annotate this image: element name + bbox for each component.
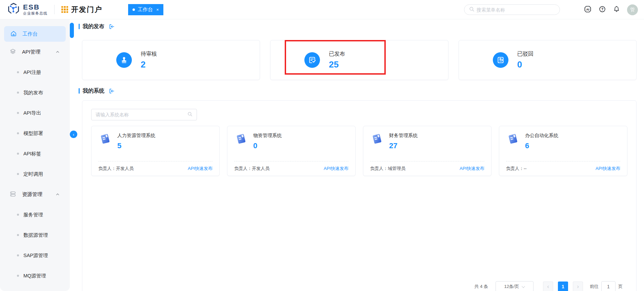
esb-molecule-icon xyxy=(7,2,20,17)
publish-stats-row: 待审核 2 已发布 25 xyxy=(82,40,637,80)
help-icon[interactable]: ? xyxy=(599,5,606,14)
next-page-button[interactable]: › xyxy=(573,282,583,291)
bullet-dot-icon xyxy=(17,275,19,277)
disk-icon xyxy=(370,132,384,147)
brand-subtitle: 企业服务总线 xyxy=(23,12,47,16)
system-api-count: 5 xyxy=(117,141,155,150)
system-name: 办公自动化系统 xyxy=(525,133,558,139)
stat-label: 已发布 xyxy=(329,51,345,58)
chevron-up-icon xyxy=(56,49,60,55)
api-quick-publish-link[interactable]: API快速发布 xyxy=(460,166,484,172)
sidebar-item-label: API标签 xyxy=(23,151,41,157)
avatar[interactable]: 管 xyxy=(627,4,638,15)
api-quick-publish-link[interactable]: API快速发布 xyxy=(188,166,213,172)
sidebar-item-sap-source-management[interactable]: SAP源管理 xyxy=(0,245,70,266)
system-search-box[interactable] xyxy=(91,109,197,120)
stat-value: 2 xyxy=(141,59,157,70)
stat-value: 25 xyxy=(329,59,345,70)
sidebar-item-mq-source-management[interactable]: MQ源管理 xyxy=(0,266,70,286)
disk-icon xyxy=(234,132,248,147)
tab-close-icon[interactable]: × xyxy=(156,7,159,12)
tab-label: 工作台 xyxy=(138,6,153,13)
system-card-materials[interactable]: 物资管理系统 0 负责人：开发人员 API快速发布 xyxy=(227,126,356,176)
sidebar-group-resource-management[interactable]: 资源管理 xyxy=(0,184,70,205)
document-check-icon xyxy=(304,52,320,68)
owner-name: 开发人员 xyxy=(116,166,134,171)
page-number-button[interactable]: 1 xyxy=(558,282,568,291)
bell-icon[interactable] xyxy=(613,5,620,14)
disk-icon xyxy=(506,132,520,147)
menu-search-input[interactable] xyxy=(477,7,555,13)
system-name: 物资管理系统 xyxy=(253,133,282,139)
sidebar-item-service-management[interactable]: 服务管理 xyxy=(0,205,70,225)
owner-prefix: 负责人： xyxy=(370,166,388,171)
portal-title: 开发门户 xyxy=(71,5,102,14)
bullet-dot-icon xyxy=(17,173,19,175)
system-name: 财务管理系统 xyxy=(389,133,418,139)
scrollbar-thumb[interactable] xyxy=(70,23,74,38)
sidebar-item-scheduled-call[interactable]: 定时调用 xyxy=(0,164,70,184)
stat-value: 0 xyxy=(517,59,534,70)
svg-text:?: ? xyxy=(601,7,603,11)
brand-logo: ESB 企业服务总线 xyxy=(7,2,47,17)
my-system-section-header: 我的系统 xyxy=(79,87,637,95)
bullet-dot-icon xyxy=(17,214,19,216)
sidebar-item-datasource-management[interactable]: 数据源管理 xyxy=(0,225,70,245)
sidebar-item-api-tags[interactable]: API标签 xyxy=(0,143,70,164)
sidebar-collapse-button[interactable]: ‹ xyxy=(70,131,77,138)
page-size-value: 12条/页 xyxy=(504,284,519,290)
stat-card-rejected[interactable]: 已驳回 0 xyxy=(459,40,637,80)
sidebar-item-label: 服务管理 xyxy=(23,212,43,218)
sidebar-item-label: 模型部署 xyxy=(23,130,43,137)
chevron-left-icon: ‹ xyxy=(73,132,74,137)
goto-page-input[interactable] xyxy=(601,281,616,291)
system-api-count: 0 xyxy=(253,141,282,150)
system-card-finance[interactable]: 财务管理系统 27 负责人：域管理员 API快速发布 xyxy=(363,126,491,176)
stat-card-published[interactable]: 已发布 25 xyxy=(270,40,448,80)
section-title: 我的系统 xyxy=(83,88,104,95)
brand-name: ESB xyxy=(23,3,47,11)
bullet-dot-icon xyxy=(17,132,19,134)
system-card-grid: 人力资源管理系统 5 负责人：开发人员 API快速发布 xyxy=(91,126,627,176)
main-content: 我的发布 待审核 2 xyxy=(79,19,637,291)
database-icon xyxy=(9,191,16,198)
stat-label: 已驳回 xyxy=(517,51,534,58)
bullet-dot-icon xyxy=(17,254,19,256)
sidebar-group-api-management[interactable]: API管理 xyxy=(0,42,70,62)
menu-search-box[interactable] xyxy=(464,4,560,15)
system-card-office-automation[interactable]: 办公自动化系统 6 负责人：-- API快速发布 xyxy=(499,126,627,176)
tab-workbench[interactable]: 工作台 × xyxy=(128,4,163,15)
app-window: ESB 企业服务总线 开发门户 工作台 × xyxy=(0,0,644,291)
sidebar-item-api-register[interactable]: API注册 xyxy=(0,62,70,82)
sidebar-item-my-publish[interactable]: 我的发布 xyxy=(0,82,70,103)
system-api-count: 6 xyxy=(525,141,558,150)
sidebar-group-label: API管理 xyxy=(22,49,40,55)
api-quick-publish-link[interactable]: API快速发布 xyxy=(324,166,348,172)
owner-prefix: 负责人： xyxy=(506,166,524,171)
page-size-select[interactable]: 12条/页 xyxy=(496,281,534,291)
stat-card-pending-review[interactable]: 待审核 2 xyxy=(82,40,260,80)
disk-icon xyxy=(98,132,112,147)
sidebar-item-label: MQ源管理 xyxy=(23,273,46,279)
collapse-section-icon[interactable] xyxy=(109,24,115,30)
system-name: 人力资源管理系统 xyxy=(117,133,155,139)
api-quick-publish-link[interactable]: API快速发布 xyxy=(596,166,620,172)
prev-page-button[interactable]: ‹ xyxy=(543,282,553,291)
header-icon-group: AI ? 管 xyxy=(584,0,638,19)
sidebar-item-model-deploy[interactable]: 模型部署 xyxy=(0,123,70,143)
stat-label: 待审核 xyxy=(141,51,157,58)
my-system-panel: 人力资源管理系统 5 负责人：开发人员 API快速发布 xyxy=(82,100,637,291)
ai-assistant-icon[interactable]: AI xyxy=(584,5,592,15)
system-api-count: 27 xyxy=(389,141,418,150)
owner-name: -- xyxy=(524,166,527,171)
system-card-hr[interactable]: 人力资源管理系统 5 负责人：开发人员 API快速发布 xyxy=(91,126,220,176)
collapse-section-icon[interactable] xyxy=(109,88,115,94)
system-search-input[interactable] xyxy=(96,112,185,117)
sidebar-item-api-export[interactable]: API导出 xyxy=(0,103,70,123)
my-publish-section-header: 我的发布 xyxy=(79,22,637,31)
bullet-dot-icon xyxy=(17,92,19,94)
header: ESB 企业服务总线 开发门户 工作台 × xyxy=(0,0,644,19)
sidebar-item-workbench[interactable]: 工作台 xyxy=(4,26,66,42)
sidebar-item-label: API导出 xyxy=(23,110,41,116)
pagination: 共 4 条 12条/页 ‹ 1 › 前往 页 xyxy=(475,281,623,291)
